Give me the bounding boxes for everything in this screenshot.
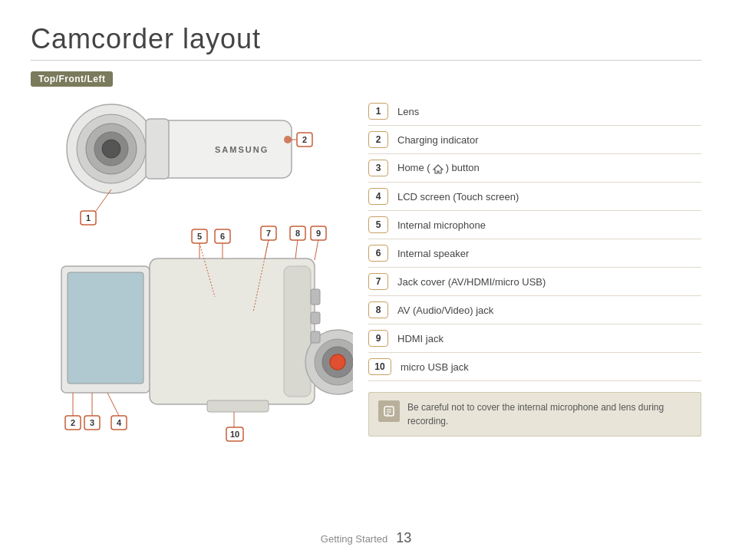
parts-panel: 1 Lens 2 Charging indicator 3 Home () bu… (368, 97, 701, 461)
note-text: Be careful not to cover the internal mic… (407, 400, 691, 428)
part-number-2: 2 (368, 131, 388, 148)
part-label-9: HDMI jack (397, 333, 443, 344)
svg-text:2: 2 (302, 135, 307, 144)
section-badge: Top/Front/Left (31, 71, 113, 87)
part-number-6: 6 (368, 245, 388, 262)
svg-rect-21 (311, 312, 320, 324)
page: Camcorder layout Top/Front/Left SAMSUNG (0, 0, 732, 560)
note-box: Be careful not to cover the internal mic… (368, 392, 701, 436)
svg-line-36 (295, 239, 298, 259)
part-label-3: Home () button (397, 162, 480, 174)
footer-text: Getting Started (321, 533, 387, 545)
part-number-5: 5 (368, 216, 388, 233)
part-number-9: 9 (368, 330, 388, 347)
list-item: 7 Jack cover (AV/HDMI/micro USB) (368, 268, 701, 296)
svg-point-5 (102, 140, 120, 158)
part-label-7: Jack cover (AV/HDMI/micro USB) (397, 276, 546, 288)
part-label-10: micro USB jack (401, 361, 469, 373)
part-number-8: 8 (368, 301, 388, 318)
part-label-4: LCD screen (Touch screen) (397, 191, 519, 203)
svg-text:6: 6 (220, 232, 225, 241)
parts-list: 1 Lens 2 Charging indicator 3 Home () bu… (368, 97, 701, 381)
svg-rect-13 (68, 272, 143, 384)
svg-rect-23 (207, 400, 269, 412)
part-number-7: 7 (368, 273, 388, 290)
part-number-4: 4 (368, 188, 388, 205)
list-item: 6 Internal speaker (368, 239, 701, 268)
svg-text:5: 5 (197, 232, 202, 241)
list-item: 3 Home () button (368, 154, 701, 183)
part-number-3: 3 (368, 160, 388, 176)
part-label-1: Lens (397, 106, 419, 117)
part-label-8: AV (Audio/Video) jack (397, 305, 493, 316)
part-number-10: 10 (368, 358, 391, 375)
list-item: 4 LCD screen (Touch screen) (368, 183, 701, 211)
svg-text:SAMSUNG: SAMSUNG (215, 145, 269, 154)
camcorder-diagram: SAMSUNG 2 (31, 97, 353, 458)
list-item: 8 AV (Audio/Video) jack (368, 296, 701, 324)
illustration-panel: SAMSUNG 2 (31, 97, 353, 461)
part-label-6: Internal speaker (397, 248, 469, 259)
svg-line-50 (107, 393, 119, 416)
svg-text:10: 10 (230, 430, 239, 439)
svg-point-19 (330, 354, 345, 370)
svg-text:1: 1 (86, 213, 91, 222)
svg-text:4: 4 (117, 418, 122, 427)
list-item: 2 Charging indicator (368, 126, 701, 154)
list-item: 9 HDMI jack (368, 324, 701, 353)
svg-text:2: 2 (71, 418, 75, 427)
list-item: 1 Lens (368, 97, 701, 126)
part-label-2: Charging indicator (397, 134, 479, 146)
list-item: 5 Internal microphone (368, 211, 701, 239)
svg-rect-15 (284, 266, 311, 397)
svg-line-39 (315, 239, 318, 260)
svg-text:9: 9 (316, 229, 321, 238)
footer: Getting Started 13 (0, 530, 732, 546)
svg-text:8: 8 (295, 229, 300, 238)
svg-rect-22 (311, 331, 320, 343)
content-area: SAMSUNG 2 (31, 97, 701, 461)
svg-rect-6 (146, 119, 169, 179)
svg-text:3: 3 (90, 418, 94, 427)
footer-page: 13 (396, 530, 411, 545)
page-title: Camcorder layout (31, 23, 701, 55)
svg-text:7: 7 (266, 229, 271, 238)
part-number-1: 1 (368, 103, 388, 120)
title-divider (31, 60, 701, 61)
list-item: 10 micro USB jack (368, 353, 701, 381)
part-label-5: Internal microphone (397, 219, 486, 231)
svg-rect-20 (311, 289, 320, 305)
note-icon (378, 400, 400, 422)
